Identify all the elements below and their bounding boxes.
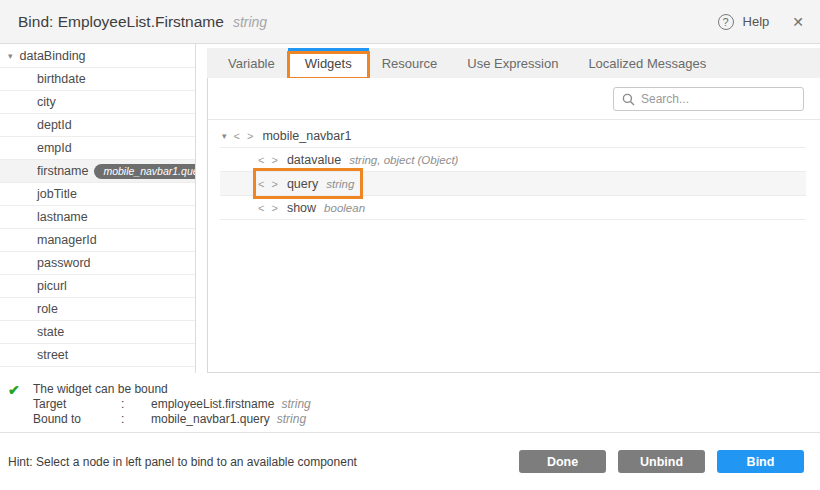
tree-node-type: boolean	[324, 202, 365, 214]
sidebar-item-label: empId	[37, 141, 72, 155]
sidebar-item-label: firstname	[37, 164, 88, 178]
sidebar-item-label: state	[37, 325, 64, 339]
sidebar-item-label: lastname	[37, 210, 88, 224]
chevron-down-icon: ▾	[8, 51, 13, 61]
code-brackets-icon: < >	[258, 178, 280, 190]
status-boundto-type: string	[277, 412, 306, 427]
search-box	[613, 87, 804, 111]
sidebar-item-street[interactable]: street	[0, 344, 195, 367]
bind-button[interactable]: Bind	[717, 450, 804, 473]
sidebar-item-state[interactable]: state	[0, 321, 195, 344]
dialog-footer: Hint: Select a node in left panel to bin…	[0, 432, 820, 490]
close-icon[interactable]: ✕	[792, 14, 804, 30]
binding-fields-panel: ▾ dataBinding birthdate city deptId empI…	[0, 44, 196, 373]
status-message: The widget can be bound	[33, 382, 820, 397]
status-target-type: string	[281, 397, 310, 412]
checkmark-icon: ✔	[8, 382, 20, 398]
tree-node-label: query	[287, 177, 318, 191]
footer-buttons: Done Unbind Bind	[519, 450, 804, 473]
status-target-value: employeeList.firstname	[151, 397, 274, 412]
tab-widgets[interactable]: Widgets	[290, 48, 367, 78]
tree-node-datavalue[interactable]: < > datavalue string, object (Object)	[220, 148, 806, 172]
sidebar-root-label: dataBinding	[20, 49, 86, 63]
tree-node-label: mobile_navbar1	[262, 129, 351, 143]
code-brackets-icon: < >	[258, 154, 280, 166]
sidebar-root-databinding[interactable]: ▾ dataBinding	[0, 44, 195, 68]
sidebar-item-label: picurl	[37, 279, 67, 293]
sidebar-item-jobtitle[interactable]: jobTitle	[0, 183, 195, 206]
status-target-label: Target	[33, 397, 103, 412]
search-icon	[622, 93, 635, 106]
done-button[interactable]: Done	[519, 450, 606, 473]
status-boundto-label: Bound to	[33, 412, 103, 427]
tree-node-type: string, object (Object)	[349, 154, 458, 166]
sidebar-item-password[interactable]: password	[0, 252, 195, 275]
widgets-tree: ▾ < > mobile_navbar1 < > datavalue strin…	[208, 120, 820, 220]
help-link[interactable]: Help	[743, 14, 770, 29]
status-boundto-row: Bound to : mobile_navbar1.query string	[33, 412, 820, 427]
bound-to-badge: mobile_navbar1.query	[94, 164, 196, 179]
sidebar-item-label: birthdate	[37, 72, 86, 86]
dialog-titlebar: Bind: EmployeeList.Firstname string ? He…	[0, 0, 820, 44]
active-tab-indicator	[288, 48, 369, 51]
sidebar-item-managerid[interactable]: managerId	[0, 229, 195, 252]
sidebar-item-label: jobTitle	[37, 187, 77, 201]
tree-node-label: datavalue	[287, 153, 341, 167]
tab-label: Resource	[382, 56, 438, 71]
tab-bar: Variable Widgets Resource Use Expression…	[207, 48, 820, 78]
sidebar-item-firstname[interactable]: firstname mobile_navbar1.query	[0, 160, 195, 183]
tab-localized-messages[interactable]: Localized Messages	[573, 48, 721, 78]
tab-variable[interactable]: Variable	[213, 48, 290, 78]
code-brackets-icon: < >	[258, 202, 280, 214]
dialog-title: Bind: EmployeeList.Firstname	[18, 13, 224, 31]
tab-label: Localized Messages	[588, 56, 706, 71]
sidebar-item-birthdate[interactable]: birthdate	[0, 68, 195, 91]
sidebar-item-picurl[interactable]: picurl	[0, 275, 195, 298]
tab-resource[interactable]: Resource	[367, 48, 453, 78]
sidebar-item-lastname[interactable]: lastname	[0, 206, 195, 229]
tree-node-type: string	[326, 178, 354, 190]
binding-status: ✔ The widget can be bound Target : emplo…	[0, 379, 820, 432]
tab-label: Widgets	[305, 56, 352, 71]
tab-label: Use Expression	[467, 56, 558, 71]
status-colon: :	[103, 397, 151, 412]
status-boundto-value: mobile_navbar1.query	[151, 412, 270, 427]
sidebar-item-label: password	[37, 256, 91, 270]
hint-text: Hint: Select a node in left panel to bin…	[8, 455, 357, 469]
sidebar-item-label: deptId	[37, 118, 72, 132]
sidebar-item-role[interactable]: role	[0, 298, 195, 321]
search-input[interactable]	[614, 88, 803, 110]
code-brackets-icon: < >	[234, 130, 256, 142]
chevron-down-icon: ▾	[222, 131, 227, 141]
tree-node-mobile-navbar1[interactable]: ▾ < > mobile_navbar1	[220, 124, 806, 148]
status-target-row: Target : employeeList.firstname string	[33, 397, 820, 412]
sidebar-item-city[interactable]: city	[0, 91, 195, 114]
sidebar-item-label: managerId	[37, 233, 97, 247]
tree-node-show[interactable]: < > show boolean	[220, 196, 806, 220]
tree-node-label: show	[287, 201, 316, 215]
help-question-icon[interactable]: ?	[718, 14, 734, 30]
status-colon: :	[103, 412, 151, 427]
sidebar-item-label: role	[37, 302, 58, 316]
tree-node-query[interactable]: < > query string	[220, 172, 806, 196]
unbind-button[interactable]: Unbind	[618, 450, 705, 473]
widgets-tab-content: ▾ < > mobile_navbar1 < > datavalue strin…	[207, 78, 820, 373]
sidebar-item-label: city	[37, 95, 56, 109]
sidebar-item-label: street	[37, 348, 68, 362]
titlebar-actions: ? Help ✕	[718, 14, 804, 30]
sidebar-item-deptid[interactable]: deptId	[0, 114, 195, 137]
dialog-title-type: string	[233, 14, 267, 30]
tab-use-expression[interactable]: Use Expression	[452, 48, 573, 78]
sidebar-item-empid[interactable]: empId	[0, 137, 195, 160]
tab-label: Variable	[228, 56, 275, 71]
binding-source-panel: Variable Widgets Resource Use Expression…	[207, 48, 820, 373]
search-row	[208, 78, 820, 120]
